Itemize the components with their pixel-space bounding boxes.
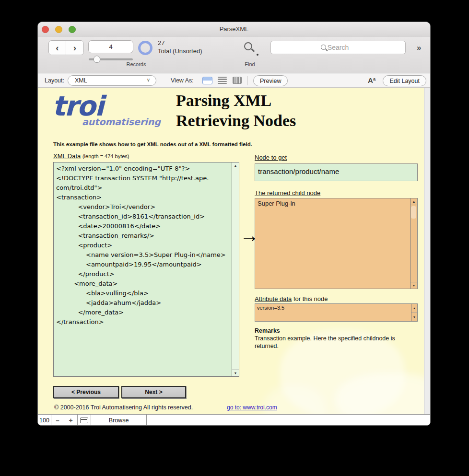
next-record-button[interactable]: › (66, 41, 83, 55)
attribute-scroll-stepper[interactable]: ▲ ▼ (411, 304, 417, 321)
xml-data-field[interactable]: <?xml version="1.0" encoding="UTF-8"?> <… (53, 162, 239, 377)
scroll-down-icon[interactable]: ▼ (232, 370, 239, 376)
zoom-in-button[interactable]: + (64, 415, 78, 426)
remarks-text: Transaction example. Here the specified … (255, 335, 418, 350)
previous-record-button[interactable]: ‹ (49, 41, 66, 55)
window-panel-icon (80, 418, 88, 423)
search-icon (244, 42, 252, 50)
window-title: ParseXML (38, 25, 430, 33)
search-input[interactable] (271, 41, 405, 54)
total-record-count: 27 (158, 39, 164, 46)
pie-chart-icon[interactable] (138, 41, 152, 55)
edit-layout-button[interactable]: Edit Layout (383, 75, 426, 86)
records-label: Records (98, 61, 175, 67)
toolbar-overflow-button[interactable]: » (417, 43, 421, 53)
scrollbar-thumb[interactable] (411, 206, 416, 219)
window-right-gutter (424, 88, 430, 414)
page-title-line2: Retrieving Nodes (176, 111, 296, 131)
page-title-line1: Parsing XML (176, 91, 296, 111)
chevron-left-icon: ‹ (56, 43, 59, 53)
previous-button[interactable]: < Previous (53, 386, 119, 398)
record-navigation: ‹ › (48, 40, 84, 55)
find-dropdown-dot (257, 54, 258, 56)
search-field-icon (321, 45, 326, 50)
layout-popup-value: XML (75, 77, 87, 84)
total-sort-state: Total (Unsorted) (158, 47, 202, 55)
returned-node-field[interactable]: Super Plug-in ▲ ▼ (255, 198, 418, 289)
zoom-out-button[interactable]: − (51, 415, 64, 426)
returned-node-scrollbar[interactable]: ▲ ▼ (410, 198, 417, 289)
toolbar: ‹ › Records 27 Total (Unsorted) Find » (38, 36, 430, 73)
toggle-statusbar-button[interactable] (78, 415, 91, 426)
zoom-level-display[interactable]: 100 (38, 415, 51, 426)
scroll-down-icon[interactable]: ▼ (410, 282, 417, 289)
find-button[interactable] (244, 42, 252, 52)
record-number-input[interactable] (88, 40, 133, 53)
find-label: Find (235, 61, 264, 67)
example-description: This example file shows how to get XML n… (53, 141, 252, 147)
xml-data-text: <?xml version="1.0" encoding="UTF-8"?> <… (56, 164, 231, 375)
returned-node-label: The returned child node (255, 189, 418, 197)
list-view-button[interactable] (218, 77, 227, 84)
app-window: ParseXML ‹ › Records 27 Total (Unsorted)… (37, 22, 431, 426)
layout-label: Layout: (45, 77, 64, 84)
node-to-get-label: Node to get (255, 154, 418, 161)
page-title: Parsing XML Retrieving Nodes (176, 91, 296, 131)
node-to-get-field[interactable]: transaction/product/name (255, 163, 418, 181)
xml-scrollbar[interactable]: ▲ ▼ (232, 163, 239, 376)
status-bar-spacer (147, 415, 430, 426)
troi-logo-brand: troi (52, 93, 172, 119)
scroll-up-icon[interactable]: ▲ (411, 304, 417, 313)
separator (247, 76, 248, 85)
title-bar[interactable]: ParseXML (38, 22, 430, 36)
troi-website-link[interactable]: go to: www.troi.com (227, 404, 277, 411)
scroll-down-icon[interactable]: ▼ (411, 313, 417, 322)
search-field (270, 41, 406, 54)
attribute-data-label: Attribute data for this node (255, 295, 418, 302)
table-view-button[interactable] (233, 77, 242, 84)
chevron-down-icon: ∨ (147, 77, 150, 82)
layout-popup[interactable]: XML ∨ (68, 75, 156, 86)
view-as-label: View As: (171, 77, 194, 84)
remarks-label: Remarks (255, 327, 418, 334)
next-button[interactable]: Next > (121, 386, 186, 398)
mode-selector[interactable]: Browse (91, 415, 147, 426)
troi-logo: troi automatisering (52, 93, 172, 127)
copyright-text: © 2000-2016 Troi Automatisering All righ… (54, 404, 193, 411)
layout-content: troi automatisering Parsing XML Retrievi… (38, 88, 430, 414)
xml-length-note: (length = 474 bytes) (82, 153, 129, 159)
form-view-button[interactable] (202, 77, 212, 84)
status-bar: 100 − + Browse (38, 414, 430, 426)
chevron-right-icon: › (73, 43, 76, 53)
xml-data-label: XML Data (length = 474 bytes) (53, 152, 129, 160)
record-slider[interactable] (89, 58, 133, 60)
troi-logo-tagline: automatisering (82, 116, 172, 127)
attribute-data-field[interactable]: version=3.5 ▲ ▼ (255, 303, 418, 322)
text-formatting-icon[interactable]: Aª (368, 76, 375, 84)
scroll-up-icon[interactable]: ▲ (232, 163, 239, 169)
layout-bar: Layout: XML ∨ View As: Preview Aª Edit L… (38, 73, 430, 88)
preview-button[interactable]: Preview (253, 75, 288, 86)
scroll-up-icon[interactable]: ▲ (410, 198, 417, 205)
